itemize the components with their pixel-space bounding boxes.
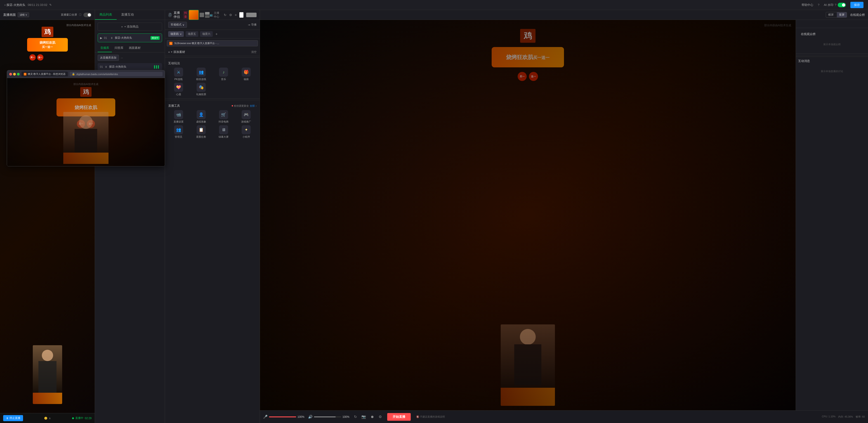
- snapshot-icon-btn[interactable]: 📷: [361, 414, 367, 420]
- scene-tabs: 场景四 ∨ 场景五 场景六 +: [165, 30, 260, 38]
- heart-label: 心愿: [176, 93, 181, 96]
- fullscreen-info-icon: ⓘ: [79, 13, 82, 17]
- tool-game-promo[interactable]: 🎮 游戏推广: [236, 110, 256, 123]
- start-live-button[interactable]: 开始直播: [387, 413, 411, 421]
- sub-tab-audio[interactable]: 音频库: [98, 44, 112, 52]
- interaction-gift-vote[interactable]: 🎭 礼物投票: [191, 83, 212, 96]
- add-material-button[interactable]: + + 添加素材: [168, 50, 185, 54]
- view-vertical-button[interactable]: 竖屏: [837, 12, 847, 18]
- browser-favicon: S: [169, 42, 173, 45]
- audio-name-1: 探店-火热街头: [109, 65, 152, 69]
- save-button[interactable]: 保存: [850, 2, 864, 8]
- live-sidebar-right: 在线观众榜 展示本场观众榜 互动消息 展示本场直播的讨论: [796, 20, 868, 410]
- window-controls: [9, 73, 20, 75]
- clear-button[interactable]: 清空: [251, 50, 256, 54]
- mode-button[interactable]: 常规模式 ∨: [168, 22, 187, 28]
- window-close-btn[interactable]: [9, 73, 12, 75]
- settings-icon-btn[interactable]: ⚙: [378, 414, 383, 420]
- tool-ecommerce[interactable]: 🛒 抖音电商: [213, 110, 234, 123]
- speaker-icon[interactable]: 🔊: [308, 415, 313, 419]
- thumbnail-3a[interactable]: [205, 12, 210, 15]
- help-link[interactable]: 帮助中心: [802, 3, 813, 7]
- settings-icon[interactable]: ⚙: [229, 13, 232, 17]
- import-icon: ⇒: [248, 23, 250, 26]
- pause-icon-1[interactable]: ⏸: [110, 36, 113, 39]
- window-min-btn[interactable]: [13, 73, 16, 75]
- mic-icon[interactable]: 🎤: [263, 415, 268, 419]
- audio-pause-icon-1[interactable]: ⏸: [105, 65, 107, 68]
- audio-more-button[interactable]: ···: [121, 56, 123, 59]
- pk-icon: ⚔: [174, 68, 183, 77]
- music-label: 音乐: [221, 78, 226, 81]
- view-horizontal-button[interactable]: 横屏: [826, 12, 836, 18]
- ai-watermark-switch[interactable]: [838, 3, 846, 7]
- tool-star-task[interactable]: 📋 星图任务: [191, 125, 212, 139]
- host-center-link[interactable]: 📺 主播中心: [210, 11, 221, 19]
- scene-tab-4[interactable]: 场景四 ∨: [168, 31, 184, 37]
- avatar-face: [42, 350, 53, 361]
- tool-green-screen[interactable]: 🖥 绿幕大屏: [213, 125, 234, 139]
- tab-product-list[interactable]: 商品列表: [95, 10, 117, 20]
- scene-tab-5[interactable]: 场景五: [186, 31, 198, 37]
- stop-live-button[interactable]: ⏸ 停止直播: [3, 415, 23, 421]
- sub-tab-qa[interactable]: 问答库: [112, 44, 126, 52]
- moderator-icon: 👥: [174, 125, 183, 134]
- companion-title: 🎵 直播伴侣 抖音: [168, 11, 189, 19]
- scene-add-button[interactable]: +: [215, 32, 217, 36]
- main-circle-2: 送一: [529, 72, 538, 81]
- live-settings-label: 直播设置: [174, 120, 184, 123]
- bottom-controls: 😊 ∧: [44, 417, 51, 420]
- scene-4-chevron: ∨: [180, 33, 182, 35]
- mic-volume-slider[interactable]: [269, 417, 296, 417]
- refresh-icon[interactable]: ↻: [224, 13, 226, 17]
- browser-avatar-food: [63, 153, 108, 164]
- lock-icon: 🔒: [72, 72, 75, 75]
- browser-bar[interactable]: S SLBrowser.exe 噢灵·数字人直播平台 - ...: [167, 40, 258, 47]
- color-bar[interactable]: [246, 13, 256, 17]
- interaction-pk[interactable]: ⚔ PK连线: [168, 68, 189, 81]
- chevron-up-icon[interactable]: ∧: [49, 417, 51, 420]
- main-banner-text-1: 烧烤狂欢肌: [506, 54, 533, 61]
- pk-label: PK连线: [175, 78, 183, 81]
- record-icon-btn[interactable]: ⏺: [370, 414, 375, 420]
- audio-from-lib-button[interactable]: 从音频库添加: [98, 55, 119, 61]
- browser-avatar-body: [74, 129, 97, 156]
- thumbnail-2[interactable]: [199, 13, 204, 17]
- tab-live-interact[interactable]: 直播互动: [117, 10, 138, 20]
- stop-icon: ⏸: [6, 417, 8, 420]
- interaction-heart[interactable]: 💝 心愿: [168, 83, 189, 96]
- add-product-button[interactable]: + + 添加商品: [98, 23, 162, 31]
- color-swatch[interactable]: [239, 12, 243, 18]
- window-max-btn[interactable]: [17, 73, 20, 75]
- sub-tab-material[interactable]: 画面素材: [126, 44, 143, 52]
- speaker-section: 🔊 100%: [308, 415, 350, 419]
- import-button[interactable]: ⇒ 导播: [248, 23, 256, 27]
- companion-header: 🎵 直播伴侣 抖音 📺 主播中心 ↻: [165, 10, 260, 20]
- browser-address-bar[interactable]: 🔒 digitalhuman.baidu.com/artistelite/obs: [70, 72, 162, 76]
- edit-icon[interactable]: ✎: [49, 3, 52, 6]
- audio-bar-icon-1: ▌▌▌: [154, 65, 160, 68]
- filter-button[interactable]: 滤镜 ∨: [18, 12, 29, 17]
- interaction-music[interactable]: ♪ 音乐: [213, 68, 234, 81]
- thumbnail-1[interactable]: [189, 10, 199, 20]
- tool-live-settings[interactable]: 📹 直播设置: [168, 110, 189, 123]
- interaction-gift[interactable]: 🎁 福袋: [236, 68, 256, 81]
- menu-icon[interactable]: ≡: [235, 13, 237, 17]
- play-icon-1[interactable]: ▶: [100, 36, 102, 39]
- interaction-fans[interactable]: 👥 粉丝连线: [191, 68, 212, 81]
- tool-virtual-avatar[interactable]: 👤 虚拟形象: [191, 110, 212, 123]
- speaker-volume-slider[interactable]: [314, 417, 341, 417]
- filter-label: 滤镜: [20, 13, 25, 17]
- thumbnail-3b[interactable]: [205, 15, 210, 18]
- face-icon[interactable]: 😊: [44, 417, 48, 420]
- refresh-icon-btn[interactable]: ↻: [353, 414, 358, 420]
- back-button[interactable]: ‹ 探店-火热街头 08/11 21:33:02 ✎: [4, 3, 52, 7]
- fullscreen-toggle[interactable]: [84, 13, 92, 17]
- fans-all-link[interactable]: 全部: [250, 104, 255, 108]
- tool-mini-app[interactable]: ✦ 小程序: [236, 125, 256, 139]
- tool-moderator[interactable]: 👥 管理员: [168, 125, 189, 139]
- browser-tab[interactable]: S 噢灵·数字人直播平台 - 联想浏览器: [22, 72, 68, 77]
- circle-1: 买一: [29, 54, 36, 61]
- circle-2: 送一: [37, 54, 43, 61]
- scene-tab-6[interactable]: 场景六: [200, 31, 213, 37]
